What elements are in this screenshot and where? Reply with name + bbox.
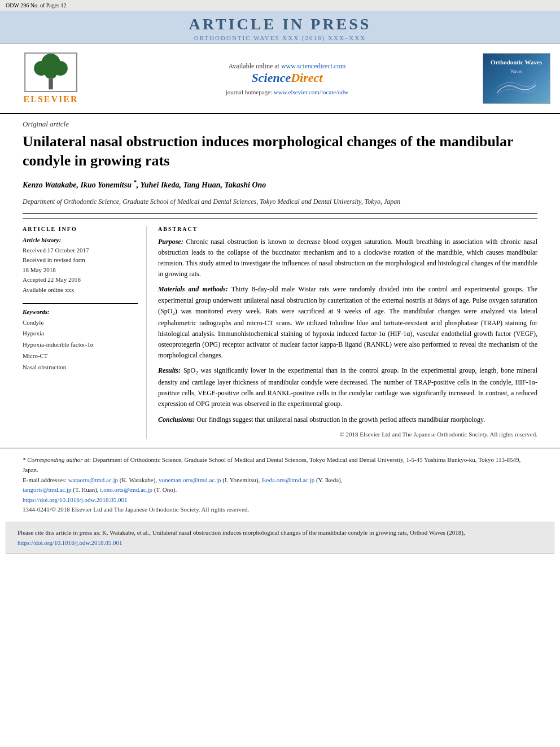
- corresponding-author: * Corresponding author at: Department of…: [23, 455, 537, 475]
- issn-line: 1344-0241/© 2018 Elsevier Ltd and The Ja…: [23, 505, 537, 515]
- asterisk-sup: *: [133, 180, 136, 186]
- email-yonemitsu[interactable]: yoneman.orts@tmd.ac.jp: [159, 477, 221, 483]
- email-name-5: (T. Ono).: [154, 486, 177, 493]
- email-name-3: (Y. Ikeda),: [316, 477, 343, 483]
- citation-doi-link[interactable]: https://doi.org/10.1016/j.odw.2018.05.00…: [18, 539, 122, 546]
- svg-point-5: [45, 66, 57, 78]
- main-content: Original article Unilateral nasal obstru…: [0, 114, 560, 448]
- journal-cover-title: Orthodontic Waves: [491, 58, 542, 66]
- cover-art: [494, 76, 539, 99]
- journal-homepage: journal homepage: www.elsevier.com/locat…: [226, 89, 348, 95]
- email-huan[interactable]: tangorts@tmd.ac.jp: [23, 486, 72, 493]
- email-addresses: E-mail addresses: wataorts@tmd.ac.jp (K.…: [23, 475, 537, 486]
- elsevier-brand-label: ELSEVIER: [24, 94, 78, 104]
- info-divider: [23, 303, 138, 304]
- footnote-area: * Corresponding author at: Department of…: [0, 448, 560, 522]
- sciencedirect-url[interactable]: www.sciencedirect.com: [281, 62, 346, 70]
- affiliation: Department of Orthodontic Science, Gradu…: [23, 196, 537, 207]
- journal-cover-subtitle: Waves: [510, 69, 522, 74]
- corresponding-text: Department of Orthodontic Science, Gradu…: [23, 456, 520, 473]
- citation-bar: Please cite this article in press as: K.…: [6, 522, 554, 554]
- citation-text: Please cite this article in press as: K.…: [18, 529, 465, 536]
- aip-subtitle: ORTHODONTIC WAVES XXX (2018) XXX–XXX: [0, 34, 560, 41]
- svg-rect-1: [49, 79, 53, 90]
- email-watakabe[interactable]: wataorts@tmd.ac.jp: [68, 477, 118, 483]
- article-info-heading: ARTICLE INFO: [23, 226, 138, 232]
- doi-line: https://doi.org/10.1016/j.odw.2018.05.00…: [23, 495, 537, 505]
- methods-text: Thirty 8-day-old male Wistar rats were r…: [158, 285, 537, 359]
- conclusions-text: Our findings suggest that unilateral nas…: [196, 416, 485, 423]
- available-online: Available online xxx: [23, 285, 138, 295]
- available-online-text: Available online at www.sciencedirect.co…: [229, 62, 346, 71]
- sciencedirect-logo: ScienceDirect: [252, 71, 323, 85]
- aip-title: ARTICLE IN PRESS: [0, 15, 560, 33]
- email-ikeda[interactable]: ikeda.orts@tmd.ac.jp: [261, 477, 314, 483]
- keyword-5: Nasal obstruction: [23, 362, 138, 373]
- email-name-1: (K. Watakabe),: [120, 477, 159, 483]
- fn-asterisk: * Corresponding author at:: [23, 456, 91, 463]
- elsevier-tree-logo: [23, 53, 79, 92]
- copyright-line: © 2018 Elsevier Ltd and The Japanese Ort…: [158, 430, 537, 440]
- methods-label: Materials and methods:: [158, 285, 228, 293]
- email-label: E-mail addresses:: [23, 477, 68, 483]
- two-column-layout: ARTICLE INFO Article history: Received 1…: [23, 219, 537, 440]
- email-name-2: (I. Yonemitsu),: [222, 477, 261, 483]
- keyword-3: Hypoxia-inducible factor-1α: [23, 339, 138, 351]
- top-bar: ODW 296 No. of Pages 12: [0, 0, 560, 11]
- article-type: Original article: [23, 120, 537, 129]
- authors: Kenzo Watakabe, Ikuo Yonemitsu *, Yuhei …: [23, 178, 537, 192]
- results-text: SpO2 was significantly lower in the expe…: [158, 366, 537, 408]
- email-ono[interactable]: t.ono.orts@tmd.ac.jp: [100, 486, 152, 493]
- keywords-label: Keywords:: [23, 308, 138, 315]
- history-label: Article history:: [23, 237, 138, 243]
- keyword-4: Micro-CT: [23, 351, 138, 362]
- journal-homepage-link[interactable]: www.elsevier.com/locate/odw: [274, 89, 348, 95]
- revised-date: 18 May 2018: [23, 265, 138, 276]
- received-date: Received 17 October 2017: [23, 246, 138, 256]
- aip-banner: ARTICLE IN PRESS ORTHODONTIC WAVES XXX (…: [0, 11, 560, 44]
- abstract-text: Purpose: Chronic nasal obstruction is kn…: [158, 237, 537, 440]
- header-area: ELSEVIER Available online at www.science…: [0, 44, 560, 114]
- divider: [23, 213, 537, 214]
- email-name-4: (T. Huan),: [73, 486, 100, 493]
- email-addresses-2: tangorts@tmd.ac.jp (T. Huan), t.ono.orts…: [23, 485, 537, 495]
- header-left: ELSEVIER: [0, 50, 102, 107]
- article-info-column: ARTICLE INFO Article history: Received 1…: [23, 226, 147, 440]
- header-center: Available online at www.sciencedirect.co…: [102, 50, 473, 107]
- purpose-text: Chronic nasal obstruction is known to de…: [158, 238, 537, 278]
- article-title: Unilateral nasal obstruction induces mor…: [23, 132, 537, 171]
- top-bar-left: ODW 296 No. of Pages 12: [6, 2, 67, 8]
- doi-link[interactable]: https://doi.org/10.1016/j.odw.2018.05.00…: [23, 496, 127, 503]
- abstract-heading: ABSTRACT: [158, 226, 537, 232]
- conclusions-label: Conclusions:: [158, 416, 195, 423]
- abstract-results: Results: SpO2 was significantly lower in…: [158, 365, 537, 409]
- accepted-date: Accepted 22 May 2018: [23, 275, 138, 285]
- revised-label: Received in revised form: [23, 255, 138, 265]
- article-history-section: Article history: Received 17 October 201…: [23, 237, 138, 295]
- abstract-column: ABSTRACT Purpose: Chronic nasal obstruct…: [158, 226, 537, 440]
- keywords-section: Keywords: Condyle Hypoxia Hypoxia-induci…: [23, 308, 138, 373]
- abstract-conclusions: Conclusions: Our findings suggest that u…: [158, 414, 537, 425]
- journal-cover: Orthodontic Waves Waves: [483, 53, 550, 104]
- keyword-2: Hypoxia: [23, 328, 138, 339]
- authors-italic: Kenzo Watakabe, Ikuo Yonemitsu *, Yuhei …: [23, 181, 266, 189]
- results-label: Results:: [158, 366, 181, 374]
- abstract-methods: Materials and methods: Thirty 8-day-old …: [158, 284, 537, 361]
- abstract-purpose: Purpose: Chronic nasal obstruction is kn…: [158, 237, 537, 280]
- purpose-label: Purpose:: [158, 238, 183, 246]
- keyword-1: Condyle: [23, 317, 138, 329]
- header-right: Orthodontic Waves Waves: [473, 50, 560, 107]
